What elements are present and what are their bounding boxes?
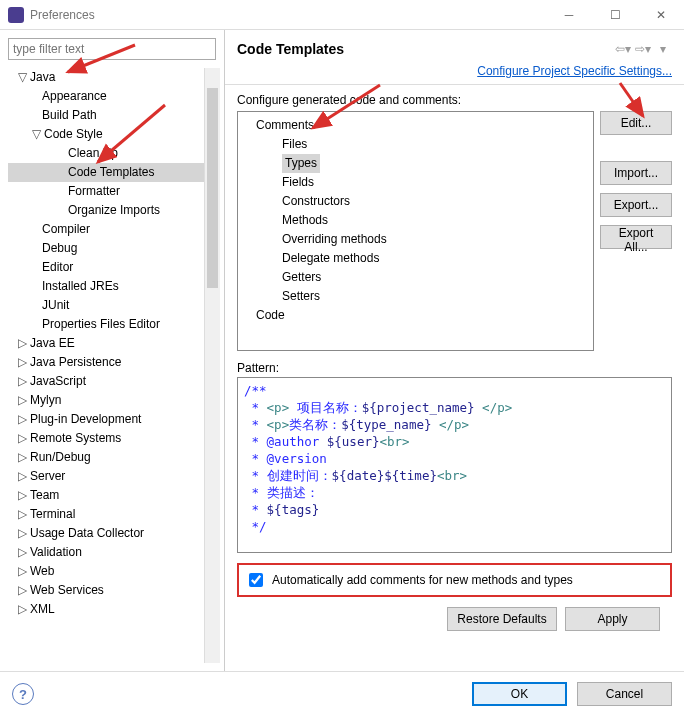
button-column: Edit... Import... Export... Export All..…: [600, 111, 672, 249]
comment-tree-label: Methods: [282, 213, 328, 227]
comment-tree-item[interactable]: Overriding methods: [244, 230, 587, 249]
expand-icon[interactable]: ▷: [18, 505, 28, 524]
auto-comment-checkbox[interactable]: [249, 573, 263, 587]
tree-item[interactable]: Appearance: [8, 87, 220, 106]
close-button[interactable]: ✕: [638, 0, 684, 30]
expand-icon[interactable]: ▷: [18, 543, 28, 562]
maximize-button[interactable]: ☐: [592, 0, 638, 30]
expand-icon[interactable]: ▷: [18, 429, 28, 448]
tree-item[interactable]: ▷Web: [8, 562, 220, 581]
import-button[interactable]: Import...: [600, 161, 672, 185]
minimize-button[interactable]: ─: [546, 0, 592, 30]
tree-item[interactable]: ▷Server: [8, 467, 220, 486]
comment-tree-item[interactable]: Comments: [244, 116, 587, 135]
expand-icon[interactable]: ▷: [18, 410, 28, 429]
nav-icons: ⇦▾ ⇨▾ ▾: [614, 40, 672, 58]
apply-button[interactable]: Apply: [565, 607, 660, 631]
tree-item[interactable]: ▷Team: [8, 486, 220, 505]
tree-item[interactable]: Editor: [8, 258, 220, 277]
expand-icon[interactable]: ▷: [18, 562, 28, 581]
comment-tree-label: Delegate methods: [282, 251, 379, 265]
comment-tree-label: Constructors: [282, 194, 350, 208]
tree-item[interactable]: ▽Java: [8, 68, 220, 87]
comment-tree-item[interactable]: Code: [244, 306, 587, 325]
comment-tree-item[interactable]: Fields: [244, 173, 587, 192]
tree-item[interactable]: ▷Web Services: [8, 581, 220, 600]
tree-item[interactable]: ▽Code Style: [8, 125, 220, 144]
tree-item[interactable]: ▷Terminal: [8, 505, 220, 524]
tree-item[interactable]: Clean Up: [8, 144, 220, 163]
tree-item[interactable]: Organize Imports: [8, 201, 220, 220]
comment-tree-item[interactable]: Types: [244, 154, 587, 173]
tree-item[interactable]: ▷Java EE: [8, 334, 220, 353]
filter-input[interactable]: [8, 38, 216, 60]
description-label: Configure generated code and comments:: [237, 93, 672, 107]
edit-button[interactable]: Edit...: [600, 111, 672, 135]
comment-tree-item[interactable]: Files: [244, 135, 587, 154]
tree-item[interactable]: Properties Files Editor: [8, 315, 220, 334]
tree-item[interactable]: ▷Run/Debug: [8, 448, 220, 467]
export-all-button[interactable]: Export All...: [600, 225, 672, 249]
tree-item[interactable]: ▷XML: [8, 600, 220, 619]
tree-item-label: Web Services: [30, 583, 104, 597]
comment-tree-item[interactable]: Setters: [244, 287, 587, 306]
expand-icon[interactable]: ▷: [18, 581, 28, 600]
help-icon[interactable]: ?: [12, 683, 34, 705]
preferences-tree[interactable]: ▽JavaAppearanceBuild Path▽Code StyleClea…: [8, 68, 220, 619]
tree-item-label: JUnit: [42, 298, 69, 312]
comment-tree[interactable]: CommentsFilesTypesFieldsConstructorsMeth…: [237, 111, 594, 351]
pattern-textarea[interactable]: /** * <p> 项目名称：${project_name} </p> * <p…: [237, 377, 672, 553]
back-icon[interactable]: ⇦▾: [614, 40, 632, 58]
expand-icon[interactable]: ▷: [18, 391, 28, 410]
tree-item-label: Formatter: [68, 184, 120, 198]
ok-button[interactable]: OK: [472, 682, 567, 706]
expand-icon[interactable]: ▷: [18, 467, 28, 486]
tree-item-label: Organize Imports: [68, 203, 160, 217]
expand-icon[interactable]: ▷: [18, 524, 28, 543]
tree-item[interactable]: Compiler: [8, 220, 220, 239]
left-pane: ▽JavaAppearanceBuild Path▽Code StyleClea…: [0, 30, 225, 671]
expand-icon[interactable]: ▷: [18, 486, 28, 505]
tree-item[interactable]: Formatter: [8, 182, 220, 201]
expand-icon[interactable]: ▷: [18, 600, 28, 619]
tree-item[interactable]: ▷Plug-in Development: [8, 410, 220, 429]
tree-item-label: Usage Data Collector: [30, 526, 144, 540]
tree-item-label: Installed JREs: [42, 279, 119, 293]
expand-icon[interactable]: ▷: [18, 334, 28, 353]
comment-tree-label: Fields: [282, 175, 314, 189]
right-pane: Code Templates ⇦▾ ⇨▾ ▾ Configure Project…: [225, 30, 684, 671]
expand-icon[interactable]: ▽: [32, 125, 42, 144]
tree-item[interactable]: Code Templates: [8, 163, 220, 182]
dialog-footer: ? OK Cancel: [0, 671, 684, 716]
comment-tree-item[interactable]: Getters: [244, 268, 587, 287]
window-title: Preferences: [30, 8, 546, 22]
tree-item-label: Build Path: [42, 108, 97, 122]
tree-item[interactable]: ▷Mylyn: [8, 391, 220, 410]
tree-item[interactable]: ▷Remote Systems: [8, 429, 220, 448]
restore-defaults-button[interactable]: Restore Defaults: [447, 607, 557, 631]
tree-item[interactable]: ▷Usage Data Collector: [8, 524, 220, 543]
tree-item[interactable]: Debug: [8, 239, 220, 258]
comment-tree-item[interactable]: Methods: [244, 211, 587, 230]
tree-item[interactable]: Build Path: [8, 106, 220, 125]
expand-icon[interactable]: ▷: [18, 372, 28, 391]
forward-icon[interactable]: ⇨▾: [634, 40, 652, 58]
tree-item[interactable]: ▷Validation: [8, 543, 220, 562]
auto-comment-label: Automatically add comments for new metho…: [272, 573, 573, 587]
export-button[interactable]: Export...: [600, 193, 672, 217]
tree-item[interactable]: Installed JREs: [8, 277, 220, 296]
expand-icon[interactable]: ▷: [18, 448, 28, 467]
expand-icon[interactable]: ▽: [18, 68, 28, 87]
comment-tree-item[interactable]: Delegate methods: [244, 249, 587, 268]
tree-item[interactable]: ▷JavaScript: [8, 372, 220, 391]
comment-tree-item[interactable]: Constructors: [244, 192, 587, 211]
cancel-button[interactable]: Cancel: [577, 682, 672, 706]
scrollbar[interactable]: [204, 68, 220, 663]
tree-item-label: Code Style: [44, 127, 103, 141]
menu-icon[interactable]: ▾: [654, 40, 672, 58]
tree-item[interactable]: ▷Java Persistence: [8, 353, 220, 372]
project-settings-link[interactable]: Configure Project Specific Settings...: [477, 64, 672, 78]
tree-item[interactable]: JUnit: [8, 296, 220, 315]
expand-icon[interactable]: ▷: [18, 353, 28, 372]
tree-item-label: Run/Debug: [30, 450, 91, 464]
